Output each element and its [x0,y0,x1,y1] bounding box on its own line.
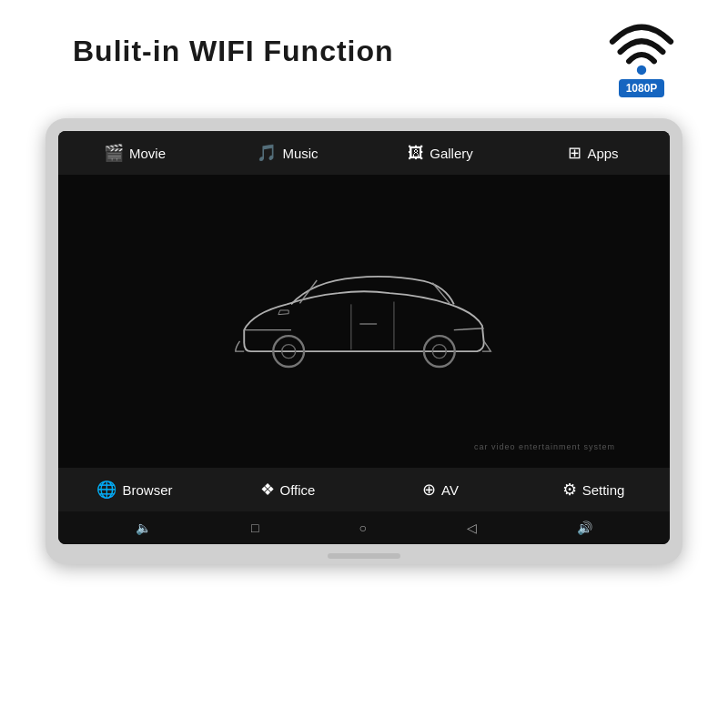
android-nav: 🔈 □ ○ ◁ 🔊 [58,511,670,544]
browser-icon: 🌐 [96,480,116,500]
nav-item-gallery[interactable]: 🖼 Gallery [364,144,517,163]
av-label: AV [441,482,459,498]
music-label: Music [282,146,318,161]
car-svg [218,266,510,377]
volume-up-btn[interactable]: 🔊 [577,521,592,535]
setting-icon: ⚙ [562,480,577,500]
svg-point-0 [637,66,646,75]
gallery-label: Gallery [430,146,473,161]
office-label: Office [280,482,316,498]
car-subtitle: car video entertainment system [474,442,615,451]
top-nav: 🎬 Movie 🎵 Music 🖼 Gallery ⊞ Apps [58,131,670,175]
device-bottom-bar [328,553,400,559]
nav-item-av[interactable]: ⊕ AV [364,480,517,500]
nav-item-browser[interactable]: 🌐 Browser [58,480,211,500]
nav-item-apps[interactable]: ⊞ Apps [517,143,670,163]
nav-item-movie[interactable]: 🎬 Movie [58,143,211,163]
av-icon: ⊕ [422,480,436,500]
apps-label: Apps [587,146,618,161]
office-icon: ❖ [260,480,275,500]
movie-icon: 🎬 [104,143,124,163]
browser-label: Browser [122,482,172,498]
apps-icon: ⊞ [568,143,581,163]
nav-item-setting[interactable]: ⚙ Setting [517,480,670,500]
movie-label: Movie [129,146,166,161]
wifi-icon-container: 1080P [605,16,678,97]
gallery-icon: 🖼 [408,144,424,163]
main-content: car video entertainment system [58,175,670,468]
nav-item-music[interactable]: 🎵 Music [211,143,364,163]
nav-item-office[interactable]: ❖ Office [211,480,364,500]
bottom-nav: 🌐 Browser ❖ Office ⊕ AV ⚙ Setting [58,468,670,511]
back-btn[interactable]: ◁ [467,521,477,535]
volume-down-btn[interactable]: 🔈 [136,521,151,535]
car-display: car video entertainment system [58,175,670,468]
home-btn[interactable]: ○ [359,521,366,535]
wifi-icon [605,16,678,76]
screen: 🎬 Movie 🎵 Music 🖼 Gallery ⊞ Apps [58,131,670,544]
square-btn[interactable]: □ [251,521,258,535]
setting-label: Setting [582,482,625,498]
music-icon: 🎵 [257,143,277,163]
page-title: Bulit-in WIFI Function [73,35,394,68]
svg-line-1 [299,280,317,303]
svg-line-4 [454,329,484,330]
device-frame: 🎬 Movie 🎵 Music 🖼 Gallery ⊞ Apps [46,118,682,564]
resolution-badge: 1080P [619,79,665,97]
